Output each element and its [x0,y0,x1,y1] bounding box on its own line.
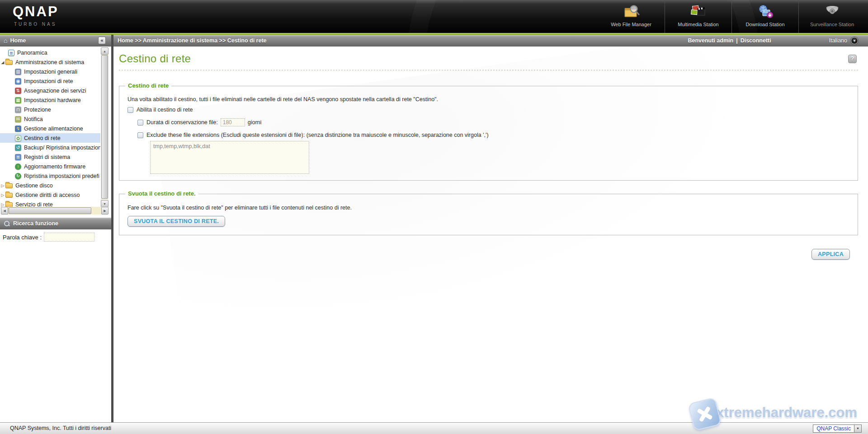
sidebar-item-gestione-diritti-di-accesso[interactable]: ▷Gestione diritti di accesso [0,190,100,200]
tree-item-label: Gestione disco [15,182,53,189]
collapsed-triangle-icon[interactable]: ▷ [0,183,5,188]
station-label: Surveillance Station [799,22,865,27]
security-lock-icon: ⊓ [15,107,21,113]
sidebar-item-panoramica[interactable]: ≣Panoramica [0,48,100,57]
turbo-nas-label: TURBO NAS [14,22,59,27]
surveillance-station-icon [799,4,865,21]
breadcrumb: Home >> Amministrazione di sistema >> Ce… [118,37,267,44]
apply-button[interactable]: APPLICA [811,249,850,260]
sidebar-item-servizio-di-rete[interactable]: ▷Servizio di rete [0,200,100,207]
download-station-icon [732,4,798,21]
enable-recycle-row: Abilita il cestino di rete [127,107,849,113]
tree-items: ≣Panoramica◢Amministrazione di sistema▥I… [0,48,100,207]
collapsed-triangle-icon[interactable]: ▷ [0,193,5,197]
overview-icon: ≣ [8,50,14,56]
keyword-input[interactable] [44,233,94,242]
retention-days-input[interactable] [221,118,245,126]
tree-item-label: Assegnazione dei servizi [24,88,86,94]
tree-vertical-scrollbar[interactable]: ▲ ▼ [101,47,108,207]
sidebar-item-gestione-disco[interactable]: ▷Gestione disco [0,181,100,190]
function-search-header: Ricerca funzione [0,218,111,229]
apply-row: APPLICA [113,249,850,260]
logout-link[interactable]: Disconnetti [741,37,771,44]
retention-row: Durata di conservazione file: giorni [137,118,849,126]
language-selector[interactable]: Italiano ▼ [829,37,858,44]
exclude-extensions-row: Exclude these file extensions (Escludi q… [137,132,849,138]
sidebar-item-gestione-alimentazione[interactable]: ↯Gestione alimentazione [0,124,100,133]
keyword-row: Parola chiave : [0,233,111,242]
welcome-text: Benvenuti admin [688,37,733,44]
qnap-admin-screen: QNAP TURBO NAS Web File Manager [0,0,868,434]
sidebar-item-backup-ripristina[interactable]: ↺Backup/ Ripristina impostazion [0,143,100,152]
restore-defaults-icon: ↻ [15,173,21,179]
scroll-down-icon[interactable]: ▼ [101,200,108,207]
navigation-tree: ≣Panoramica◢Amministrazione di sistema▥I… [0,47,111,215]
exclude-extensions-checkbox[interactable] [137,132,143,138]
web-file-manager-icon [598,4,665,21]
retention-checkbox[interactable] [137,120,143,126]
station-label: Download Station [732,22,798,27]
tree-item-label: Gestione diritti di accesso [15,192,80,198]
expanded-triangle-icon[interactable]: ◢ [0,60,5,65]
sidebar-item-impostazioni-generali[interactable]: ▥Impostazioni generali [0,67,100,76]
breadcrumb-bar: Home >> Amministrazione di sistema >> Ce… [113,35,868,47]
status-bar: QNAP Systems, Inc. Tutti i diritti riser… [0,422,868,434]
tree-item-label: Impostazioni di rete [24,78,73,84]
recycle-bin-icon: ♻ [15,135,21,141]
theme-selector[interactable]: QNAP Classic ▼ [813,425,862,433]
help-icon[interactable]: ? [848,55,857,63]
power-management-icon: ↯ [15,126,21,132]
language-dropdown-icon[interactable]: ▼ [851,37,858,44]
download-station-shortcut[interactable]: Download Station [731,0,798,33]
horizontal-scroll-thumb[interactable] [9,207,91,214]
sidebar-collapse-button[interactable]: « [98,37,106,44]
enable-recycle-checkbox[interactable] [127,107,133,113]
system-logs-icon: ≣ [15,154,21,160]
settings-intro-text: Una volta abilitato il cestino, tutti i … [127,96,849,103]
surveillance-station-shortcut[interactable]: Surveillance Station [798,0,865,33]
sidebar-item-registri-di-sistema[interactable]: ≣Registri di sistema [0,152,100,162]
enable-recycle-label: Abilita il cestino di rete [137,107,193,113]
multimedia-station-shortcut[interactable]: Multimedia Station [665,0,731,33]
qnap-logo: QNAP TURBO NAS [13,5,59,27]
tree-item-label: Cestino di rete [24,135,61,141]
qnap-logo-text: QNAP [13,5,59,19]
network-settings-icon: ◉ [15,78,21,84]
scroll-right-icon[interactable]: ▶ [101,207,108,215]
folder-icon [5,183,13,188]
empty-recycle-button[interactable]: SVUOTA IL CESTINO DI RETE. [127,216,225,227]
sidebar-item-ripristina-impostazioni[interactable]: ↻Ripristina impostazioni predefi [0,171,100,181]
sidebar-item-assegnazione-dei-servizi[interactable]: ⇅Assegnazione dei servizi [0,86,100,95]
sidebar-item-impostazioni-hardware[interactable]: ▦Impostazioni hardware [0,95,100,105]
notification-icon: ✉ [15,116,21,122]
welcome-separator: | [736,37,738,44]
tree-horizontal-scrollbar[interactable]: ◀ ▶ [1,207,108,215]
theme-dropdown-icon[interactable]: ▼ [854,425,861,432]
empty-box-text: Fare click su "Svuota il cestino di rete… [127,205,849,211]
vertical-scroll-thumb[interactable] [101,55,108,199]
empty-recycle-box: Svuota il cestino di rete. Fare click su… [119,194,858,235]
scroll-up-icon[interactable]: ▲ [101,47,108,55]
keyword-label: Parola chiave : [3,234,42,241]
sidebar-item-protezione[interactable]: ⊓Protezione [0,105,100,114]
collapsed-triangle-icon[interactable]: ▷ [0,202,5,207]
folder-open-icon [5,60,13,65]
extensions-textarea[interactable]: tmp,temp,wtmp,blk,dat [150,141,309,174]
sidebar-item-aggiornamento-firmware[interactable]: ↑Aggiornamento firmware [0,162,100,171]
sidebar-item-notifica[interactable]: ✉Notifica [0,114,100,124]
tree-item-label: Protezione [24,107,51,113]
sidebar: ≣Panoramica◢Amministrazione di sistema▥I… [0,47,111,422]
backup-restore-icon: ↺ [15,145,21,151]
station-label: Web File Manager [598,22,665,27]
sidebar-item-cestino-di-rete[interactable]: ♻Cestino di rete [0,133,100,143]
sidebar-item-amministrazione-di-sistema[interactable]: ◢Amministrazione di sistema [0,57,100,67]
page-title: Cestino di rete [119,52,858,65]
web-file-manager-shortcut[interactable]: Web File Manager [598,0,665,33]
main-content: Cestino di rete ? Cestino di rete Una vo… [113,47,868,422]
scroll-left-icon[interactable]: ◀ [1,207,8,215]
home-icon: ⌂ [4,37,7,44]
exclude-extensions-label: Exclude these file extensions (Escludi q… [146,132,489,138]
tree-item-label: Notifica [24,116,43,122]
hardware-settings-icon: ▦ [15,97,21,103]
sidebar-item-impostazioni-di-rete[interactable]: ◉Impostazioni di rete [0,76,100,86]
